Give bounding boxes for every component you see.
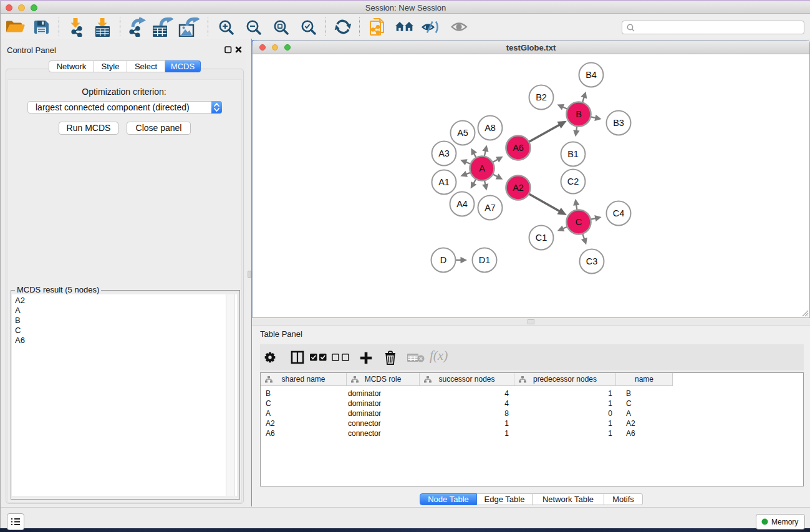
svg-text:A: A bbox=[479, 163, 485, 173]
svg-text:B: B bbox=[576, 109, 582, 119]
svg-text:A3: A3 bbox=[438, 148, 450, 158]
svg-text:D: D bbox=[440, 255, 446, 265]
svg-text:A5: A5 bbox=[457, 128, 468, 138]
svg-text:A7: A7 bbox=[485, 203, 496, 213]
svg-text:C: C bbox=[575, 217, 581, 227]
svg-text:B3: B3 bbox=[613, 118, 624, 128]
svg-text:A6: A6 bbox=[513, 143, 524, 153]
svg-text:B4: B4 bbox=[586, 70, 597, 80]
svg-text:B1: B1 bbox=[567, 149, 579, 159]
svg-text:D1: D1 bbox=[478, 255, 490, 265]
svg-text:C3: C3 bbox=[586, 256, 597, 266]
svg-text:C4: C4 bbox=[612, 208, 624, 218]
svg-text:C2: C2 bbox=[567, 177, 579, 186]
svg-text:A4: A4 bbox=[456, 199, 468, 209]
svg-text:A8: A8 bbox=[485, 123, 496, 133]
svg-text:A2: A2 bbox=[513, 183, 524, 193]
svg-text:A1: A1 bbox=[438, 177, 450, 187]
svg-text:C1: C1 bbox=[535, 233, 547, 243]
svg-text:B2: B2 bbox=[536, 92, 547, 102]
